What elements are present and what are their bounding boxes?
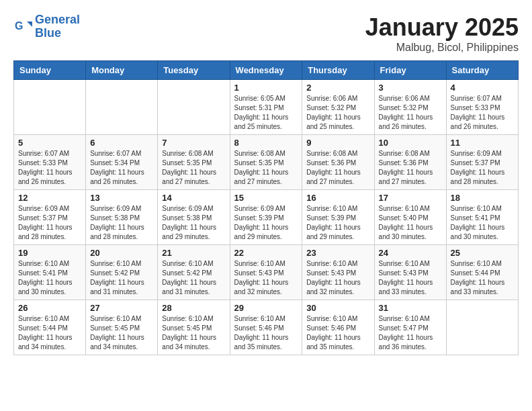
calendar-cell: 14Sunrise: 6:09 AMSunset: 5:38 PMDayligh… [158,190,230,245]
calendar-cell: 26Sunrise: 6:10 AMSunset: 5:44 PMDayligh… [14,300,86,355]
calendar-cell: 16Sunrise: 6:10 AMSunset: 5:39 PMDayligh… [302,190,374,245]
day-info: Sunrise: 6:10 AMSunset: 5:44 PMDaylight:… [451,259,514,297]
calendar-cell: 24Sunrise: 6:10 AMSunset: 5:43 PMDayligh… [374,245,446,300]
calendar-week-3: 12Sunrise: 6:09 AMSunset: 5:37 PMDayligh… [14,190,519,245]
logo-line1: General [35,13,80,26]
calendar: SundayMondayTuesdayWednesdayThursdayFrid… [13,60,519,355]
logo-icon: G [13,17,32,36]
day-info: Sunrise: 6:09 AMSunset: 5:38 PMDaylight:… [90,204,153,242]
calendar-cell [14,80,86,135]
day-number: 21 [162,248,225,258]
calendar-cell: 8Sunrise: 6:08 AMSunset: 5:35 PMDaylight… [230,135,302,190]
day-info: Sunrise: 6:09 AMSunset: 5:39 PMDaylight:… [234,204,298,242]
day-number: 8 [234,138,298,148]
col-header-tuesday: Tuesday [158,61,230,80]
day-info: Sunrise: 6:06 AMSunset: 5:32 PMDaylight:… [379,94,442,132]
calendar-cell: 2Sunrise: 6:06 AMSunset: 5:32 PMDaylight… [302,80,374,135]
day-info: Sunrise: 6:10 AMSunset: 5:45 PMDaylight:… [162,314,225,352]
calendar-cell: 23Sunrise: 6:10 AMSunset: 5:43 PMDayligh… [302,245,374,300]
calendar-cell: 7Sunrise: 6:08 AMSunset: 5:35 PMDaylight… [158,135,230,190]
calendar-cell: 10Sunrise: 6:08 AMSunset: 5:36 PMDayligh… [374,135,446,190]
day-info: Sunrise: 6:10 AMSunset: 5:43 PMDaylight:… [234,259,298,297]
day-number: 26 [18,303,81,313]
day-info: Sunrise: 6:10 AMSunset: 5:46 PMDaylight:… [306,314,369,352]
calendar-cell: 9Sunrise: 6:08 AMSunset: 5:36 PMDaylight… [302,135,374,190]
logo-line2: Blue [35,26,61,40]
day-number: 28 [162,303,225,313]
day-number: 13 [90,193,153,203]
calendar-cell: 12Sunrise: 6:09 AMSunset: 5:37 PMDayligh… [14,190,86,245]
col-header-monday: Monday [86,61,158,80]
day-number: 31 [379,303,442,313]
calendar-cell: 25Sunrise: 6:10 AMSunset: 5:44 PMDayligh… [446,245,518,300]
day-number: 25 [451,248,514,258]
calendar-cell: 18Sunrise: 6:10 AMSunset: 5:41 PMDayligh… [446,190,518,245]
day-number: 20 [90,248,153,258]
calendar-cell: 27Sunrise: 6:10 AMSunset: 5:45 PMDayligh… [86,300,158,355]
day-info: Sunrise: 6:10 AMSunset: 5:42 PMDaylight:… [162,259,225,297]
day-number: 4 [451,83,514,93]
calendar-week-4: 19Sunrise: 6:10 AMSunset: 5:41 PMDayligh… [14,245,519,300]
calendar-cell [446,300,518,355]
day-number: 12 [18,193,81,203]
calendar-cell: 28Sunrise: 6:10 AMSunset: 5:45 PMDayligh… [158,300,230,355]
calendar-cell: 21Sunrise: 6:10 AMSunset: 5:42 PMDayligh… [158,245,230,300]
title-block: January 2025 Malbug, Bicol, Philippines [365,13,519,54]
calendar-cell: 4Sunrise: 6:07 AMSunset: 5:33 PMDaylight… [446,80,518,135]
page-header: G General Blue January 2025 Malbug, Bico… [13,13,519,54]
day-number: 23 [306,248,369,258]
calendar-week-1: 1Sunrise: 6:05 AMSunset: 5:31 PMDaylight… [14,80,519,135]
day-number: 27 [90,303,153,313]
calendar-body: 1Sunrise: 6:05 AMSunset: 5:31 PMDaylight… [14,80,519,355]
calendar-cell: 15Sunrise: 6:09 AMSunset: 5:39 PMDayligh… [230,190,302,245]
day-info: Sunrise: 6:10 AMSunset: 5:43 PMDaylight:… [306,259,369,297]
day-number: 30 [306,303,369,313]
calendar-cell: 29Sunrise: 6:10 AMSunset: 5:46 PMDayligh… [230,300,302,355]
day-info: Sunrise: 6:08 AMSunset: 5:36 PMDaylight:… [306,149,369,187]
calendar-cell [158,80,230,135]
calendar-cell: 13Sunrise: 6:09 AMSunset: 5:38 PMDayligh… [86,190,158,245]
day-number: 3 [379,83,442,93]
calendar-cell [86,80,158,135]
day-info: Sunrise: 6:07 AMSunset: 5:34 PMDaylight:… [90,149,153,187]
day-number: 24 [379,248,442,258]
day-number: 5 [18,138,81,148]
day-info: Sunrise: 6:07 AMSunset: 5:33 PMDaylight:… [18,149,81,187]
month-title: January 2025 [365,13,519,42]
day-info: Sunrise: 6:10 AMSunset: 5:47 PMDaylight:… [379,314,442,352]
day-info: Sunrise: 6:10 AMSunset: 5:39 PMDaylight:… [306,204,369,242]
calendar-cell: 20Sunrise: 6:10 AMSunset: 5:42 PMDayligh… [86,245,158,300]
col-header-wednesday: Wednesday [230,61,302,80]
day-info: Sunrise: 6:09 AMSunset: 5:37 PMDaylight:… [18,204,81,242]
day-info: Sunrise: 6:09 AMSunset: 5:38 PMDaylight:… [162,204,225,242]
day-number: 15 [234,193,298,203]
day-number: 9 [306,138,369,148]
day-info: Sunrise: 6:10 AMSunset: 5:42 PMDaylight:… [90,259,153,297]
day-info: Sunrise: 6:10 AMSunset: 5:45 PMDaylight:… [90,314,153,352]
day-info: Sunrise: 6:10 AMSunset: 5:46 PMDaylight:… [234,314,298,352]
day-info: Sunrise: 6:10 AMSunset: 5:41 PMDaylight:… [18,259,81,297]
col-header-sunday: Sunday [14,61,86,80]
day-number: 2 [306,83,369,93]
svg-marker-1 [27,21,32,27]
day-number: 7 [162,138,225,148]
col-header-saturday: Saturday [446,61,518,80]
day-info: Sunrise: 6:10 AMSunset: 5:41 PMDaylight:… [451,204,514,242]
calendar-cell: 1Sunrise: 6:05 AMSunset: 5:31 PMDaylight… [230,80,302,135]
day-info: Sunrise: 6:06 AMSunset: 5:32 PMDaylight:… [306,94,369,132]
calendar-week-5: 26Sunrise: 6:10 AMSunset: 5:44 PMDayligh… [14,300,519,355]
day-info: Sunrise: 6:10 AMSunset: 5:43 PMDaylight:… [379,259,442,297]
day-number: 18 [451,193,514,203]
calendar-cell: 11Sunrise: 6:09 AMSunset: 5:37 PMDayligh… [446,135,518,190]
header-row: SundayMondayTuesdayWednesdayThursdayFrid… [14,61,519,80]
day-number: 19 [18,248,81,258]
calendar-cell: 31Sunrise: 6:10 AMSunset: 5:47 PMDayligh… [374,300,446,355]
day-number: 16 [306,193,369,203]
logo-text: General Blue [35,13,80,40]
calendar-cell: 22Sunrise: 6:10 AMSunset: 5:43 PMDayligh… [230,245,302,300]
calendar-cell: 5Sunrise: 6:07 AMSunset: 5:33 PMDaylight… [14,135,86,190]
col-header-thursday: Thursday [302,61,374,80]
day-info: Sunrise: 6:10 AMSunset: 5:40 PMDaylight:… [379,204,442,242]
day-number: 22 [234,248,298,258]
day-number: 10 [379,138,442,148]
